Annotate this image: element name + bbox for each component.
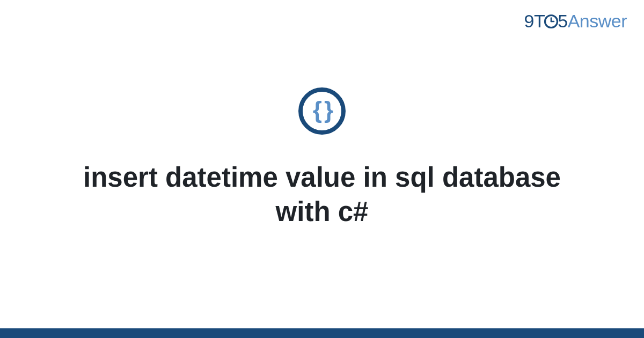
code-braces-icon: { } xyxy=(313,98,331,124)
footer-bar xyxy=(0,328,644,338)
main-content: { } insert datetime value in sql databas… xyxy=(0,0,644,338)
page-title: insert datetime value in sql database wi… xyxy=(80,160,564,229)
topic-icon-circle: { } xyxy=(298,87,346,135)
